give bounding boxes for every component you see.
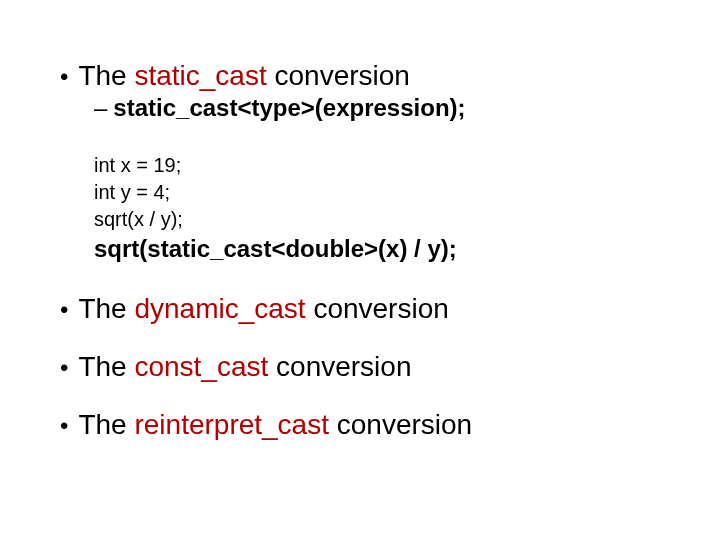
bullet-suffix: conversion — [268, 351, 411, 382]
code-line: int y = 4; — [94, 179, 680, 206]
bullet-text: The const_cast conversion — [78, 351, 411, 383]
bullet-suffix: conversion — [306, 293, 449, 324]
code-line: int x = 19; — [94, 152, 680, 179]
bullet-const-cast: • The const_cast conversion — [60, 351, 680, 383]
bullet-dot-icon: • — [60, 298, 68, 322]
code-line-bold: sqrt(static_cast<double>(x) / y); — [94, 233, 680, 265]
spacer — [60, 383, 680, 409]
bullet-suffix: conversion — [329, 409, 472, 440]
dash-icon: – — [94, 96, 107, 120]
bullet-highlight: const_cast — [134, 351, 268, 382]
bullet-highlight: static_cast — [134, 60, 266, 91]
bullet-highlight: reinterpret_cast — [134, 409, 329, 440]
sub-bullet-syntax: – static_cast<type>(expression); — [94, 94, 680, 122]
bullet-text: The dynamic_cast conversion — [78, 293, 448, 325]
code-line: sqrt(x / y); — [94, 206, 680, 233]
bullet-prefix: The — [78, 293, 134, 324]
sub-bullet-text: static_cast<type>(expression); — [113, 94, 465, 122]
bullet-prefix: The — [78, 409, 134, 440]
bullet-reinterpret-cast: • The reinterpret_cast conversion — [60, 409, 680, 441]
bullet-suffix: conversion — [267, 60, 410, 91]
bullet-dynamic-cast: • The dynamic_cast conversion — [60, 293, 680, 325]
bullet-dot-icon: • — [60, 356, 68, 380]
bullet-prefix: The — [78, 60, 134, 91]
bullet-dot-icon: • — [60, 65, 68, 89]
spacer — [60, 325, 680, 351]
bullet-highlight: dynamic_cast — [134, 293, 305, 324]
slide-content: • The static_cast conversion – static_ca… — [0, 0, 720, 540]
code-example: int x = 19; int y = 4; sqrt(x / y); sqrt… — [94, 152, 680, 265]
bullet-text: The reinterpret_cast conversion — [78, 409, 472, 441]
bullet-static-cast: • The static_cast conversion — [60, 60, 680, 92]
bullet-prefix: The — [78, 351, 134, 382]
bullet-text: The static_cast conversion — [78, 60, 410, 92]
bullet-dot-icon: • — [60, 414, 68, 438]
spacer — [60, 265, 680, 293]
